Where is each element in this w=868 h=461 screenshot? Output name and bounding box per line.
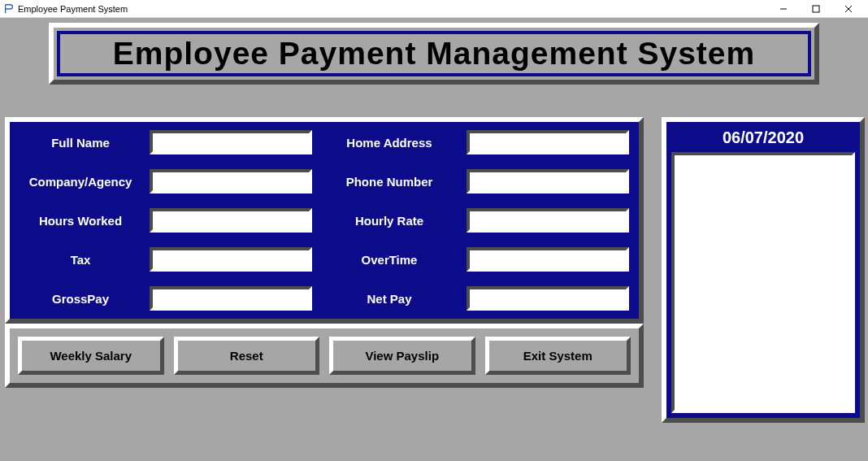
grosspay-input[interactable] xyxy=(153,289,309,307)
tax-input-wrap xyxy=(150,247,312,272)
form-frame: Full Name Home Address Company/Agency Ph… xyxy=(5,117,644,324)
app-body: Employee Payment Management System Full … xyxy=(0,18,868,461)
minimize-button[interactable] xyxy=(767,1,800,17)
overtime-input-wrap xyxy=(467,247,629,272)
fullname-input[interactable] xyxy=(153,133,309,151)
grosspay-label: GrossPay xyxy=(20,292,141,306)
form-grid: Full Name Home Address Company/Agency Ph… xyxy=(13,130,636,311)
maximize-button[interactable] xyxy=(800,1,832,17)
svg-rect-1 xyxy=(813,6,819,12)
tax-label: Tax xyxy=(20,253,141,267)
phone-input[interactable] xyxy=(470,172,626,190)
window-title: Employee Payment System xyxy=(18,4,767,14)
exit-system-button[interactable]: Exit System xyxy=(485,337,631,375)
header-frame: Employee Payment Management System xyxy=(49,23,819,85)
company-label: Company/Agency xyxy=(20,175,141,189)
hoursworked-input[interactable] xyxy=(153,211,309,229)
fullname-label: Full Name xyxy=(20,136,141,150)
header-inner: Employee Payment Management System xyxy=(57,31,811,76)
page-title: Employee Payment Management System xyxy=(70,36,798,72)
app-icon xyxy=(3,3,15,15)
homeaddress-label: Home Address xyxy=(320,136,458,150)
phone-input-wrap xyxy=(467,169,629,194)
button-row: Weekly Salary Reset View Payslip Exit Sy… xyxy=(5,324,644,388)
hoursworked-input-wrap xyxy=(150,208,312,233)
weekly-salary-button[interactable]: Weekly Salary xyxy=(18,337,164,375)
left-column: Full Name Home Address Company/Agency Ph… xyxy=(5,117,644,388)
overtime-label: OverTime xyxy=(320,253,458,267)
phone-label: Phone Number xyxy=(320,175,458,189)
window-controls xyxy=(767,1,865,17)
date-label: 06/07/2020 xyxy=(671,127,855,152)
fullname-input-wrap xyxy=(150,130,312,154)
main-content: Full Name Home Address Company/Agency Ph… xyxy=(0,117,868,439)
netpay-label: Net Pay xyxy=(320,292,458,306)
right-column: 06/07/2020 xyxy=(662,117,865,423)
company-input-wrap xyxy=(150,169,312,194)
homeaddress-input-wrap xyxy=(467,130,629,154)
netpay-input[interactable] xyxy=(470,289,626,307)
hourlyrate-input[interactable] xyxy=(470,211,626,229)
netpay-input-wrap xyxy=(467,286,629,311)
close-button[interactable] xyxy=(832,1,865,17)
payslip-display[interactable] xyxy=(671,152,855,413)
window-titlebar: Employee Payment System xyxy=(0,0,868,18)
homeaddress-input[interactable] xyxy=(470,133,626,151)
hoursworked-label: Hours Worked xyxy=(20,214,141,228)
reset-button[interactable]: Reset xyxy=(174,337,320,375)
grosspay-input-wrap xyxy=(150,286,312,311)
hourlyrate-label: Hourly Rate xyxy=(320,214,458,228)
view-payslip-button[interactable]: View Payslip xyxy=(329,337,475,375)
company-input[interactable] xyxy=(153,172,309,190)
hourlyrate-input-wrap xyxy=(467,208,629,233)
tax-input[interactable] xyxy=(153,250,309,268)
overtime-input[interactable] xyxy=(470,250,626,268)
